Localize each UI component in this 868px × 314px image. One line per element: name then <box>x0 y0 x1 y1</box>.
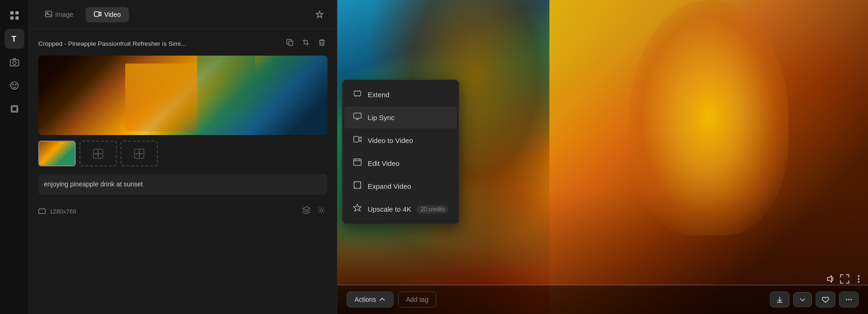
edit-video-label: Edit Video <box>368 159 399 167</box>
sidebar-icon-face[interactable] <box>5 76 24 95</box>
image-preview <box>38 56 327 135</box>
svg-point-29 <box>848 299 850 300</box>
svg-rect-24 <box>354 182 361 188</box>
copy-icon[interactable] <box>285 37 296 50</box>
expand-video-label: Expand Video <box>368 182 411 190</box>
svg-point-26 <box>858 278 860 280</box>
svg-rect-15 <box>289 41 293 45</box>
right-controls <box>770 292 859 307</box>
add-tag-label: Add tag <box>406 296 428 303</box>
svg-point-19 <box>320 209 323 212</box>
chevron-down-button[interactable] <box>793 292 812 307</box>
edit-video-icon <box>353 158 362 169</box>
menu-item-edit-video[interactable]: Edit Video <box>344 152 457 174</box>
svg-rect-18 <box>39 209 45 214</box>
svg-rect-3 <box>15 16 19 20</box>
thumbnail-0[interactable] <box>38 141 76 166</box>
dimensions-row: 1280x768 <box>38 200 327 222</box>
menu-item-video-to-video[interactable]: Video to Video <box>344 129 457 151</box>
video-background: Extend Lip Sync Video to <box>337 0 868 314</box>
thumbnails-row <box>38 141 327 166</box>
svg-rect-11 <box>12 107 17 111</box>
svg-rect-14 <box>94 12 99 16</box>
svg-rect-1 <box>15 11 19 14</box>
svg-rect-2 <box>10 16 14 20</box>
extend-icon <box>353 89 362 100</box>
upscale-label: Upscale to 4K <box>368 205 411 213</box>
crop-icon[interactable] <box>300 37 312 50</box>
trash-icon[interactable] <box>316 37 327 50</box>
add-tag-button[interactable]: Add tag <box>398 292 436 307</box>
layers-icon[interactable] <box>300 204 313 218</box>
svg-rect-5 <box>10 60 19 66</box>
lip-sync-label: Lip Sync <box>368 114 395 121</box>
svg-rect-20 <box>354 91 361 96</box>
actions-label: Actions <box>355 296 376 303</box>
prompt-area[interactable]: enjoying pineapple drink at sunset <box>38 174 327 195</box>
content-area: Cropped - Pineapple Passionfruit Refresh… <box>29 29 337 314</box>
lip-sync-icon <box>353 112 362 123</box>
svg-rect-21 <box>354 113 361 118</box>
svg-point-9 <box>15 84 16 85</box>
video-tab-label: Video <box>104 11 121 18</box>
dimension-icons <box>300 204 327 218</box>
svg-rect-22 <box>354 136 359 142</box>
image-icon <box>45 10 52 19</box>
prompt-text: enjoying pineapple drink at sunset <box>44 180 143 188</box>
thumbnail-add-2[interactable] <box>121 141 158 166</box>
file-title: Cropped - Pineapple Passionfruit Refresh… <box>38 40 280 47</box>
image-tab[interactable]: Image <box>36 7 82 22</box>
extend-label: Extend <box>368 91 390 99</box>
main-panel: Image Video Cropped - Pineapple Passionf… <box>29 0 337 314</box>
sidebar-icon-text[interactable]: T <box>5 29 24 49</box>
upscale-badge: 20 credits <box>417 205 448 214</box>
video-panel: Extend Lip Sync Video to <box>337 0 868 314</box>
menu-item-expand-video[interactable]: Expand Video <box>344 175 457 197</box>
video-to-video-label: Video to Video <box>368 136 413 144</box>
menu-item-lip-sync[interactable]: Lip Sync <box>344 107 457 128</box>
menu-item-extend[interactable]: Extend <box>344 84 457 106</box>
preview-image-bg <box>38 56 327 135</box>
svg-rect-0 <box>10 11 14 14</box>
svg-point-27 <box>858 281 860 283</box>
svg-point-25 <box>858 275 860 277</box>
svg-point-8 <box>13 84 14 85</box>
dropdown-menu: Extend Lip Sync Video to <box>342 79 459 224</box>
heart-button[interactable] <box>816 292 835 307</box>
sidebar: T <box>0 0 29 314</box>
dimension-label: 1280x768 <box>38 207 76 215</box>
svg-point-28 <box>846 299 847 300</box>
sidebar-icon-camera[interactable] <box>5 52 24 72</box>
file-header: Cropped - Pineapple Passionfruit Refresh… <box>38 37 327 50</box>
toolbar-extra-icon[interactable] <box>310 5 329 24</box>
thumbnail-add-1[interactable] <box>79 141 117 166</box>
video-to-video-icon <box>353 135 362 146</box>
video-tab-icon <box>94 10 101 19</box>
sidebar-icon-layers[interactable] <box>5 99 24 119</box>
more-button[interactable] <box>839 292 859 307</box>
expand-video-icon <box>353 181 362 192</box>
sidebar-icon-grid[interactable] <box>5 6 24 25</box>
svg-text:T: T <box>12 35 16 43</box>
settings-icon[interactable] <box>315 204 327 218</box>
upscale-icon <box>353 204 362 214</box>
toolbar: Image Video <box>29 0 337 29</box>
menu-item-upscale[interactable]: Upscale to 4K 20 credits <box>344 198 457 220</box>
video-tab[interactable]: Video <box>85 7 129 22</box>
svg-point-30 <box>851 299 852 300</box>
image-tab-label: Image <box>55 11 73 18</box>
video-bottom-bar: Actions Add tag <box>337 285 868 314</box>
download-button[interactable] <box>770 292 790 307</box>
actions-button[interactable]: Actions <box>347 292 393 307</box>
svg-point-6 <box>13 61 16 64</box>
dimension-value: 1280x768 <box>50 208 76 215</box>
svg-rect-23 <box>354 159 361 165</box>
